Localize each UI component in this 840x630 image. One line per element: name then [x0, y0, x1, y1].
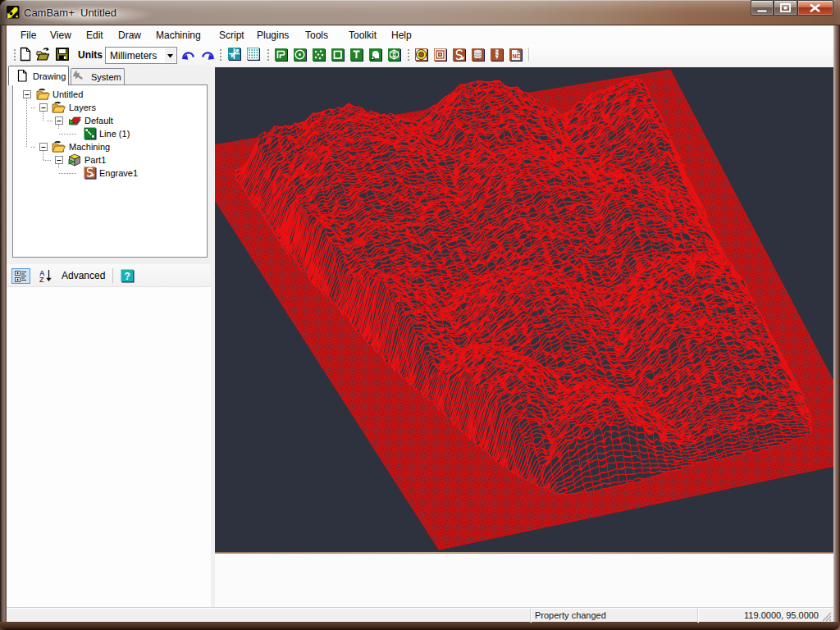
svg-text:NC: NC [513, 53, 521, 59]
svg-text:?: ? [124, 271, 130, 282]
svg-text:Drawing: Drawing [33, 71, 66, 81]
svg-text:Z: Z [39, 276, 44, 284]
